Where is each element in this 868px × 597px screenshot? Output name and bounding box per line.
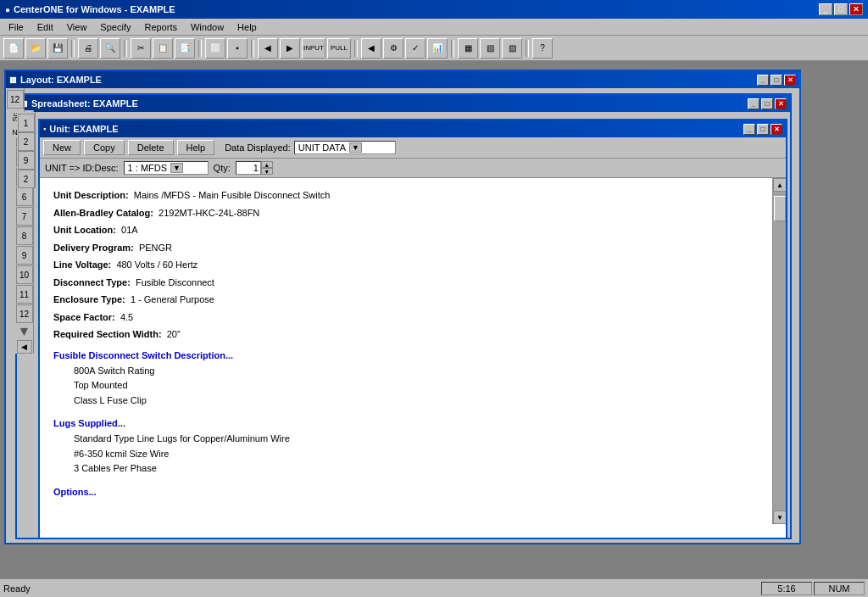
layout-close-button[interactable]: ✕ [784, 75, 796, 86]
row-scroll-down[interactable]: ▼ [18, 324, 31, 339]
report-button[interactable]: 📊 [427, 38, 448, 59]
button-8[interactable]: ▶ [280, 38, 300, 59]
open-button[interactable]: 📂 [25, 38, 46, 59]
check-button[interactable]: ✓ [405, 38, 426, 59]
app-icon: ● [5, 5, 10, 14]
button-9[interactable]: ◀ [361, 38, 381, 59]
save-button[interactable]: 💾 [47, 38, 68, 59]
field-label-enclosure: Enclosure Type: [53, 294, 125, 304]
layout-title: Layout: EXAMPLE [20, 75, 102, 85]
grid1-button[interactable]: ▦ [458, 38, 478, 59]
layout-maximize-button[interactable]: □ [771, 75, 782, 86]
row-1[interactable]: 1 [18, 114, 35, 132]
separator-3 [198, 40, 202, 57]
unit-maximize-button[interactable]: □ [757, 124, 769, 135]
button-10[interactable]: ⚙ [383, 38, 403, 59]
unit-id-dropdown[interactable]: 1 : MFDS ▼ [124, 161, 209, 175]
spreadsheet-title-bar[interactable]: ▦ Spreadsheet: EXAMPLE _ □ ✕ [17, 95, 790, 112]
separator-1 [71, 40, 75, 57]
menu-edit[interactable]: Edit [31, 20, 60, 34]
qty-down-button[interactable]: ▼ [261, 168, 273, 175]
menu-view[interactable]: View [60, 20, 94, 34]
field-value-disconnect: Fusible Disconnect [136, 277, 214, 287]
field-value-catalog: 2192MT-HKC-24L-88FN [159, 208, 259, 218]
maximize-button[interactable]: □ [834, 3, 848, 15]
spreadsheet-minimize-button[interactable]: _ [748, 98, 760, 109]
preview-button[interactable]: 🔍 [100, 38, 120, 59]
button-6[interactable]: ▪ [227, 38, 248, 59]
unit-title: Unit: EXAMPLE [49, 124, 118, 134]
new-file-button[interactable]: 📄 [3, 38, 24, 59]
row-12b[interactable]: 12 [16, 304, 33, 323]
tab-12[interactable]: 12 [7, 90, 24, 109]
spreadsheet-close-button[interactable]: ✕ [775, 98, 787, 109]
options-link[interactable]: Options... [53, 487, 769, 497]
menu-file[interactable]: File [2, 20, 31, 34]
menu-window[interactable]: Window [184, 20, 231, 34]
section-1-item-0: 800A Switch Rating [74, 364, 769, 379]
unit-id-value: 1 : MFDS [128, 163, 167, 173]
menu-reports[interactable]: Reports [137, 20, 184, 34]
title-bar: ● CenterONE for Windows - EXAMPLE _ □ ✕ [0, 0, 868, 19]
print-button[interactable]: 🖨 [78, 38, 98, 59]
paste-button[interactable]: 📑 [175, 38, 195, 59]
unit-close-button[interactable]: ✕ [771, 124, 782, 135]
unit-minimize-button[interactable]: _ [743, 124, 755, 135]
row-11[interactable]: 11 [16, 285, 33, 304]
copy-button[interactable]: Copy [84, 140, 125, 155]
field-location: Unit Location: 01A [53, 223, 769, 237]
unit-title-bar[interactable]: ▪ Unit: EXAMPLE _ □ ✕ [40, 120, 786, 137]
field-enclosure: Enclosure Type: 1 - General Purpose [53, 293, 769, 307]
close-button[interactable]: ✕ [849, 3, 863, 15]
button-5[interactable]: ⬜ [205, 38, 225, 59]
copy-toolbar-button[interactable]: 📋 [153, 38, 173, 59]
delete-button[interactable]: Delete [128, 140, 174, 155]
field-width: Required Section Width: 20" [53, 327, 769, 342]
section-1-title[interactable]: Fusible Disconnect Switch Description... [53, 350, 769, 360]
section-2-item-1: #6-350 kcmil Size Wire [74, 447, 769, 462]
new-button[interactable]: New [43, 140, 81, 155]
scroll-thumb[interactable] [774, 196, 786, 221]
menu-specify[interactable]: Specify [93, 20, 137, 34]
scroll-up-button[interactable]: ▲ [773, 178, 786, 192]
unit-id-label: UNIT => ID:Desc: [45, 163, 119, 173]
vertical-scrollbar[interactable]: ▲ ▼ [772, 178, 786, 524]
field-value-delivery: PENGR [139, 243, 172, 253]
row-collapse[interactable]: ◀ [17, 340, 32, 354]
minimize-button[interactable]: _ [819, 3, 832, 15]
spreadsheet-maximize-button[interactable]: □ [761, 98, 773, 109]
layout-minimize-button[interactable]: _ [757, 75, 769, 86]
row-9[interactable]: 9 [18, 151, 35, 170]
qty-input[interactable] [236, 161, 261, 175]
pull-button[interactable]: PULL [327, 38, 351, 59]
grid3-button[interactable]: ▨ [502, 38, 522, 59]
help-button[interactable]: Help [177, 140, 215, 155]
field-label-space: Space Factor: [53, 312, 115, 322]
row-10[interactable]: 10 [16, 265, 33, 284]
row-7[interactable]: 7 [16, 207, 33, 226]
cut-button[interactable]: ✂ [131, 38, 151, 59]
row-6[interactable]: 6 [16, 187, 33, 206]
help-toolbar-button[interactable]: ? [532, 38, 553, 59]
row-2b[interactable]: 2 [18, 170, 35, 188]
row-9b[interactable]: 9 [16, 246, 33, 265]
row-2[interactable]: 2 [18, 132, 35, 151]
menu-help[interactable]: Help [231, 20, 264, 34]
field-value-unit-description: Mains /MFDS - Main Fusible Disconnect Sw… [134, 190, 331, 200]
row-8[interactable]: 8 [16, 226, 33, 245]
separator-7 [526, 40, 529, 57]
qty-spinner: ▲ ▼ [261, 161, 273, 175]
input-button[interactable]: INPUT [302, 38, 326, 59]
button-7[interactable]: ◀ [258, 38, 278, 59]
data-displayed-dropdown[interactable]: UNIT DATA ▼ [294, 141, 396, 154]
dropdown-arrow-icon[interactable]: ▼ [349, 142, 362, 153]
section-2-title[interactable]: Lugs Supplied... [53, 418, 769, 428]
field-value-voltage: 480 Volts / 60 Hertz [116, 259, 198, 270]
scroll-track[interactable] [773, 192, 786, 511]
field-delivery: Delivery Program: PENGR [53, 241, 769, 255]
unit-id-arrow-icon[interactable]: ▼ [170, 163, 183, 173]
scroll-down-button[interactable]: ▼ [773, 511, 786, 524]
qty-up-button[interactable]: ▲ [261, 161, 273, 168]
layout-title-bar[interactable]: ▦ Layout: EXAMPLE _ □ ✕ [6, 71, 799, 88]
grid2-button[interactable]: ▧ [480, 38, 500, 59]
